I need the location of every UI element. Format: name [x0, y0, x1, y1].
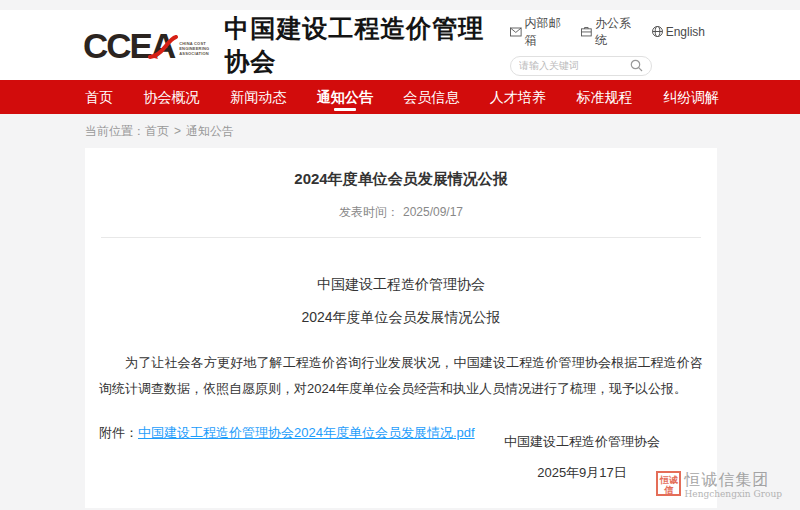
search-icon[interactable] [630, 59, 643, 72]
breadcrumb-separator: > [174, 124, 181, 138]
search-box [510, 56, 652, 76]
breadcrumb: 当前位置：首页>通知公告 [0, 114, 800, 148]
logo-swoosh-icon [148, 35, 178, 61]
hengchengxin-seal-icon: 恒诚信 [656, 471, 681, 496]
nav-item-news[interactable]: 新闻动态 [230, 80, 286, 114]
watermark-name: 恒诚信集团 [684, 471, 782, 489]
site-header: CCEA CHINA COST ENGINEERING ASSOCIATION … [0, 10, 800, 80]
article-paragraph: 为了让社会各方更好地了解工程造价咨询行业发展状况，中国建设工程造价管理协会根据工… [99, 350, 703, 402]
office-system-label: 办公系统 [595, 15, 638, 49]
signature-date: 2025年9月17日 [504, 464, 660, 482]
site-title: 中国建设工程造价管理协会 [224, 12, 510, 78]
article-card: 2024年度单位会员发展情况公报 发表时间：2025/09/17 中国建设工程造… [85, 148, 717, 508]
article-date: 发表时间：2025/09/17 [99, 204, 703, 221]
nav-item-about[interactable]: 协会概况 [144, 80, 200, 114]
english-link[interactable]: English [652, 25, 705, 39]
article-date-label: 发表时间： [339, 205, 399, 219]
nav-item-home[interactable]: 首页 [85, 80, 113, 114]
office-icon [581, 26, 592, 37]
attachment-pdf-link[interactable]: 中国建设工程造价管理协会2024年度单位会员发展情况.pdf [138, 425, 475, 440]
nav-item-disputes[interactable]: 纠纷调解 [663, 80, 719, 114]
utility-links: 内部邮箱 办公系统 English [510, 15, 705, 49]
doc-heading-org: 中国建设工程造价管理协会 [99, 276, 703, 294]
nav-item-members[interactable]: 会员信息 [403, 80, 459, 114]
hengchengxin-watermark: 恒诚信 恒诚信集团 Hengchengxin Group [656, 471, 782, 500]
header-utility: 内部邮箱 办公系统 English [510, 15, 705, 76]
doc-heading-title: 2024年度单位会员发展情况公报 [99, 309, 703, 327]
logo-subtext: CHINA COST ENGINEERING ASSOCIATION [179, 41, 210, 56]
main-nav: 首页 协会概况 新闻动态 通知公告 会员信息 人才培养 标准规程 纠纷调解 [0, 80, 800, 114]
signature-name: 中国建设工程造价管理协会 [504, 433, 660, 451]
breadcrumb-prefix: 当前位置： [85, 124, 145, 138]
signature-block: 中国建设工程造价管理协会 2025年9月17日 [504, 433, 660, 482]
article-date-value: 2025/09/17 [403, 205, 463, 219]
search-input[interactable] [519, 60, 630, 71]
article-divider [101, 237, 701, 238]
nav-item-notices[interactable]: 通知公告 [317, 80, 373, 114]
attachment-label: 附件： [99, 425, 138, 440]
internal-mail-link[interactable]: 内部邮箱 [510, 15, 567, 49]
english-label: English [666, 25, 705, 39]
nav-item-standards[interactable]: 标准规程 [576, 80, 632, 114]
site-logo[interactable]: CCEA CHINA COST ENGINEERING ASSOCIATION … [83, 12, 510, 78]
article-title: 2024年度单位会员发展情况公报 [99, 170, 703, 189]
internal-mail-label: 内部邮箱 [525, 15, 568, 49]
globe-icon [652, 26, 663, 37]
watermark-name-en: Hengchengxin Group [684, 489, 782, 500]
breadcrumb-current-link[interactable]: 通知公告 [186, 124, 234, 138]
breadcrumb-home-link[interactable]: 首页 [145, 124, 169, 138]
watermark-text: 恒诚信集团 Hengchengxin Group [684, 471, 782, 500]
ccea-logo: CCEA [83, 28, 174, 63]
office-system-link[interactable]: 办公系统 [581, 15, 637, 49]
mail-icon [510, 27, 522, 37]
nav-item-training[interactable]: 人才培养 [490, 80, 546, 114]
